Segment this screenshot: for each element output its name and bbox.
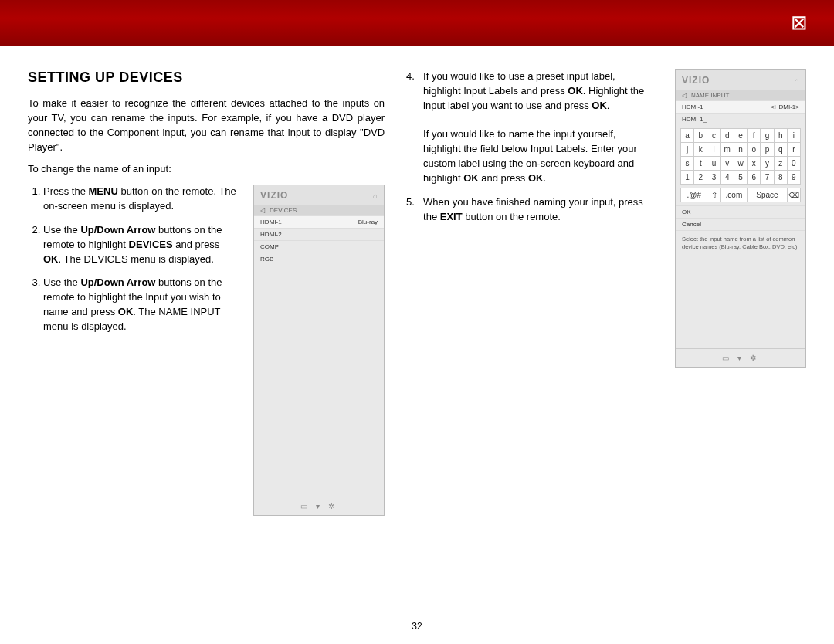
key: 7 [761, 171, 774, 185]
key: s [681, 157, 694, 171]
osd-rows: HDMI-1Blu-ray HDMI-2 COMP RGB [254, 215, 384, 265]
lead-in: To change the name of an input: [28, 162, 385, 177]
home-icon: ⌂ [373, 192, 378, 200]
back-icon: ◁ [682, 92, 687, 99]
key: 4 [721, 171, 734, 185]
key: u [707, 157, 720, 171]
key: 6 [748, 171, 761, 185]
key: w [734, 157, 748, 171]
osd-hint: Select the input name from a list of com… [676, 230, 805, 256]
key: z [775, 157, 788, 171]
key: h [775, 129, 788, 143]
key: v [721, 157, 734, 171]
key: q [775, 143, 788, 157]
key-shift: ⇧ [707, 188, 720, 202]
step-5: 5. When you have finished naming your in… [406, 195, 653, 225]
key: g [761, 129, 774, 143]
key: i [788, 129, 801, 143]
key: 9 [788, 171, 801, 185]
key: 0 [788, 157, 801, 171]
key-backspace: ⌫ [788, 188, 801, 202]
osd-row: COMP [254, 240, 384, 253]
osd-row: HDMI-1<HDMI-1> [676, 100, 805, 113]
step-4: 4. If you would like to use a preset inp… [406, 69, 653, 186]
key: m [721, 143, 734, 157]
header-bar: ⊠ [0, 0, 834, 46]
key: j [681, 143, 694, 157]
osd-ok: OK [676, 205, 805, 218]
step-1: Press the MENU button on the remote. The… [43, 185, 239, 214]
key: 3 [707, 171, 720, 185]
key: e [734, 129, 748, 143]
osd-row: HDMI-1_ [676, 113, 805, 125]
key: c [707, 129, 720, 143]
column-right: VIZIO ⌂ ◁ NAME INPUT HDMI-1<HDMI-1> HDMI… [675, 69, 806, 516]
osd-brand: VIZIO [260, 190, 288, 201]
step-2: Use the Up/Down Arrow buttons on the rem… [43, 223, 239, 267]
column-left: SETTING UP DEVICES To make it easier to … [28, 69, 385, 516]
key: o [748, 143, 761, 157]
onscreen-keyboard: abcdefghijklmnopqrstuvwxyz0123456789 [680, 128, 801, 185]
key: 1 [681, 171, 694, 185]
key: a [681, 129, 694, 143]
step-3: Use the Up/Down Arrow buttons on the rem… [43, 276, 239, 334]
osd-row: RGB [254, 253, 384, 265]
column-middle: 4. If you would like to use a preset inp… [406, 69, 653, 516]
osd-breadcrumb: ◁ NAME INPUT [676, 90, 805, 100]
key: l [707, 143, 720, 157]
intro-paragraph: To make it easier to recognize the diffe… [28, 97, 385, 154]
key: b [694, 129, 707, 143]
key-space: Space [748, 188, 788, 202]
osd-footer-icons: ▭ ▾ ✲ [676, 348, 805, 367]
osd-row: HDMI-1Blu-ray [254, 215, 384, 228]
key: p [761, 143, 774, 157]
osd-brand: VIZIO [682, 75, 710, 86]
key: f [748, 129, 761, 143]
osd-breadcrumb: ◁ DEVICES [254, 205, 384, 215]
key: t [694, 157, 707, 171]
key: x [748, 157, 761, 171]
key: n [734, 143, 748, 157]
key: y [761, 157, 774, 171]
osd-cancel: Cancel [676, 218, 805, 230]
page-title: SETTING UP DEVICES [28, 69, 385, 86]
key: k [694, 143, 707, 157]
back-icon: ◁ [260, 207, 265, 214]
page-number: 32 [0, 621, 834, 632]
key-symbols: .@# [681, 188, 707, 202]
onscreen-keyboard-bottom: .@# ⇧ .com Space ⌫ [680, 188, 801, 202]
key: r [788, 143, 801, 157]
key: 2 [694, 171, 707, 185]
steps-list-left: Press the MENU button on the remote. The… [28, 185, 239, 334]
key: 8 [775, 171, 788, 185]
key: 5 [734, 171, 748, 185]
key: d [721, 129, 734, 143]
osd-footer-icons: ▭ ▾ ✲ [254, 497, 384, 515]
osd-body [254, 265, 384, 497]
steps-list-right: 4. If you would like to use a preset inp… [406, 69, 653, 224]
osd-devices-menu: VIZIO ⌂ ◁ DEVICES HDMI-1Blu-ray HDMI-2 C… [253, 185, 385, 516]
chapter-icon: ⊠ [788, 11, 811, 34]
osd-body [676, 256, 805, 348]
key-dotcom: .com [721, 188, 748, 202]
osd-row: HDMI-2 [254, 228, 384, 240]
home-icon: ⌂ [795, 76, 799, 85]
osd-name-input-menu: VIZIO ⌂ ◁ NAME INPUT HDMI-1<HDMI-1> HDMI… [675, 69, 806, 368]
